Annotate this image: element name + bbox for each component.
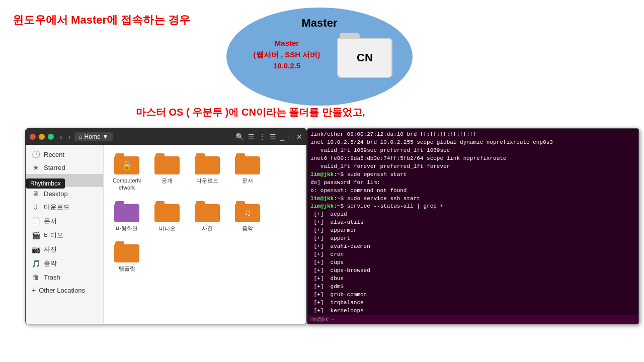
folder-shape-public [154, 153, 180, 174]
search-icon[interactable]: 🔍 [235, 133, 244, 141]
minimize-button[interactable] [39, 134, 45, 140]
folder-shape-downloads [195, 153, 220, 174]
folder-shape: CN [337, 33, 392, 78]
terminal-line: lim@jkk:~$ sudo openssh start [310, 171, 635, 179]
sidebar-item-recent[interactable]: 🕐 Recent [26, 148, 103, 161]
cn-folder: CN [337, 33, 397, 88]
sidebar-item-other-locations[interactable]: + Other Locations [26, 284, 103, 297]
window-close-icon[interactable]: ✕ [296, 133, 302, 141]
fm-sidebar: 🕐 Recent ★ Starred ⌂ Home 🖥 Desktop ⇩ 다운… [26, 145, 104, 324]
file-label-videos: 비디오 [159, 225, 176, 232]
desktop-label: Desktop [44, 190, 68, 198]
list-item[interactable]: 공개 [149, 150, 185, 194]
downloads-icon: ⇩ [32, 203, 40, 211]
cn-label: CN [357, 51, 373, 64]
dropdown-icon: ▼ [103, 133, 109, 140]
sidebar-item-music[interactable]: 🎵 음악 [26, 256, 103, 270]
folder-shape-music: ♫ [235, 201, 260, 222]
file-label-computernetwork: ComputerNetwork [113, 177, 141, 192]
top-label: 윈도우에서 Master에 접속하는 경우 [13, 13, 190, 28]
sidebar-item-downloads[interactable]: ⇩ 다운로드 [26, 200, 103, 214]
list-item[interactable]: 바탕화면 [109, 198, 145, 234]
trash-label: Trash [44, 274, 60, 281]
list-item[interactable]: ♫ 음악 [229, 198, 266, 234]
music-icon: 🎵 [32, 259, 40, 267]
file-label-downloads: 다운로드 [196, 177, 218, 184]
folder-body: CN [337, 38, 392, 78]
grid-view-icon[interactable]: ⋮ [259, 133, 266, 141]
list-item[interactable]: 사진 [189, 198, 225, 234]
folder-shape-desktop [114, 201, 139, 222]
terminal-line: [+] cups-browsed [310, 267, 635, 275]
starred-icon: ★ [32, 163, 40, 171]
titlebar-nav: ‹ › ⌂ Home ▼ [58, 132, 113, 142]
list-item[interactable]: 🔒 ComputerNetwork [109, 150, 145, 194]
terminal-line: [+] dbus [310, 275, 635, 283]
folder-icon-music: ♫ [234, 200, 261, 224]
folder-icon-downloads [194, 152, 220, 176]
recent-label: Recent [44, 151, 64, 158]
close-button[interactable] [30, 134, 36, 140]
add-icon: + [32, 286, 36, 294]
list-view-icon[interactable]: ☰ [248, 133, 255, 141]
terminal-line: o: openssh: command not found [310, 187, 635, 195]
videos-label: 비디오 [44, 231, 63, 240]
list-item[interactable]: 문서 [229, 150, 266, 194]
terminal-line: [+] cups [310, 259, 635, 267]
titlebar-right: 🔍 ☰ ⋮ ☰ ⎯ □ ✕ [235, 133, 302, 141]
menu-icon[interactable]: ☰ [270, 133, 276, 141]
sidebar-item-videos[interactable]: 🎬 비디오 [26, 228, 103, 242]
terminal-status: lim@jkk: ~ [310, 317, 334, 322]
sidebar-item-desktop[interactable]: 🖥 Desktop [26, 187, 103, 200]
folder-shape-documents [235, 153, 260, 174]
terminal-line: [+] alsa-utils [310, 219, 635, 227]
sidebar-item-pictures[interactable]: 📷 사진 [26, 242, 103, 256]
list-item[interactable]: 템플릿 [109, 238, 145, 274]
terminal-line: [+] avahi-daemon [310, 243, 635, 251]
master-info: Master (웹서버 , SSH 서버) 10.0.2.5 [242, 38, 332, 72]
terminal-line: [+] acpid [310, 211, 635, 219]
back-arrow[interactable]: ‹ [58, 132, 64, 142]
list-item[interactable]: 비디오 [149, 198, 185, 234]
bottom-label: 마스터 OS ( 우분투 )에 CN이라는 폴더를 만들었고, [136, 106, 365, 119]
terminal-line: [+] gdm3 [310, 283, 635, 291]
file-label-public: 공개 [162, 177, 173, 184]
terminal-line: inet 10.0.2.5/24 brd 10.0.2.255 scope gl… [310, 139, 635, 147]
maximize-button[interactable] [48, 134, 54, 140]
file-label-templates: 템플릿 [119, 265, 135, 272]
documents-icon: 📄 [32, 217, 40, 225]
terminal-line: inet6 fe80::8da5:db3e:74ff:5fb2/64 scope… [310, 155, 635, 163]
sidebar-item-documents[interactable]: 📄 문서 [26, 214, 103, 228]
folder-shape-pictures [195, 201, 220, 222]
terminal-line: [+] kerneloops [310, 307, 635, 315]
terminal-line: lim@jkk:~$ sudo service ssh start [310, 195, 635, 203]
terminal-line: [+] cron [310, 251, 635, 259]
folder-shape-videos [154, 201, 180, 222]
trash-icon: 🗑 [32, 273, 40, 281]
window-max-icon[interactable]: □ [288, 133, 292, 141]
starred-label: Starred [44, 164, 65, 171]
file-grid: 🔒 ComputerNetwork 공개 [109, 150, 301, 274]
terminal-line: [+] irqbalance [310, 299, 635, 307]
window-min-icon[interactable]: ⎯ [280, 133, 284, 141]
sidebar-item-trash[interactable]: 🗑 Trash [26, 270, 103, 284]
master-info-line2: (웹서버 , SSH 서버) [254, 50, 320, 59]
diagram-container: Master Master (웹서버 , SSH 서버) 10.0.2.5 CN [226, 8, 428, 108]
sidebar-item-starred[interactable]: ★ Starred [26, 161, 103, 174]
folder-icon-videos [154, 200, 180, 224]
terminal-content[interactable]: link/ether 08:00:27:12:da:10 brd ff:ff:f… [307, 129, 638, 315]
videos-icon: 🎬 [32, 231, 40, 239]
desktop-icon: 🖥 [32, 190, 40, 198]
list-item[interactable]: 다운로드 [189, 150, 225, 194]
rhythmbox-tooltip: Rhythmbox [26, 178, 65, 189]
file-label-pictures: 사진 [202, 225, 213, 232]
terminal-bottom-bar: lim@jkk: ~ [307, 315, 638, 324]
forward-arrow[interactable]: › [66, 132, 73, 142]
folder-shape-computernetwork: 🔒 [114, 153, 139, 174]
home-breadcrumb[interactable]: ⌂ Home ▼ [74, 132, 112, 141]
terminal-line: do] password for lim: [310, 179, 635, 187]
master-info-line3: 10.0.2.5 [273, 61, 300, 70]
file-label-documents: 문서 [242, 177, 253, 184]
folder-icon-templates [114, 240, 140, 264]
music-label: 음악 [44, 259, 57, 268]
